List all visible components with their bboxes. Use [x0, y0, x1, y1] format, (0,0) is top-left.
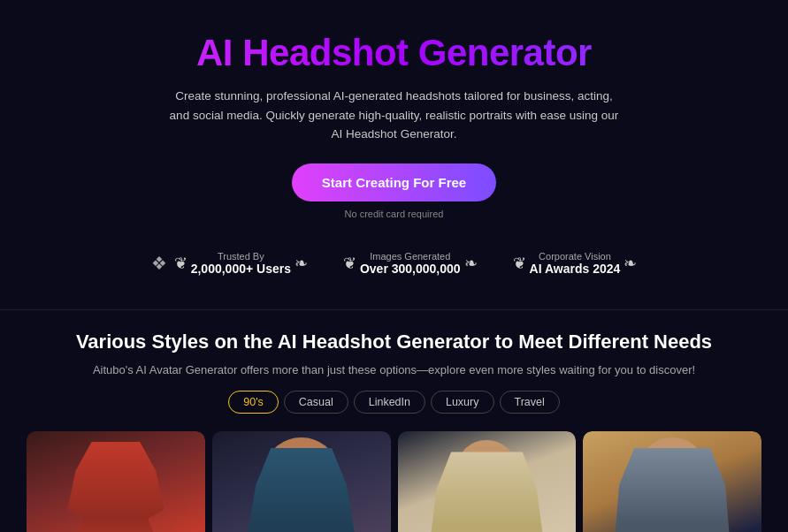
stat-awards: ❦ Corporate Vision AI Awards 2024 ❧ [513, 251, 638, 276]
gallery-item-vintage2: Vintage [583, 431, 761, 532]
stat-text-images: Images Generated Over 300,000,000 [360, 251, 461, 276]
tab-casual[interactable]: Casual [284, 391, 348, 414]
tab-luxury[interactable]: Luxury [431, 391, 494, 414]
stat-label-trusted: Trusted By [191, 251, 291, 262]
stat-value-trusted: 2,000,000+ Users [191, 262, 291, 276]
tab-linkedin[interactable]: LinkedIn [354, 391, 425, 414]
hero-subtitle: Create stunning, professional AI-generat… [164, 87, 624, 144]
page-title: AI Headshot Generator [18, 32, 770, 74]
stat-trusted-by: ❖ ❦ Trusted By 2,000,000+ Users ❧ [151, 251, 308, 276]
laurel-wrap-1: ❦ Trusted By 2,000,000+ Users ❧ [174, 251, 308, 276]
laurel-wrap-3: ❦ Corporate Vision AI Awards 2024 ❧ [513, 251, 638, 276]
styles-title: Various Styles on the AI Headshot Genera… [18, 330, 770, 355]
laurel-wrap-2: ❦ Images Generated Over 300,000,000 ❧ [343, 251, 478, 276]
image-gallery: Opera Vintage Dale [18, 431, 770, 532]
no-credit-label: No credit card required [18, 209, 770, 219]
style-tabs: 90's Casual LinkedIn Luxury Travel [18, 391, 770, 414]
hero-section: AI Headshot Generator Create stunning, p… [0, 0, 788, 309]
stat-images-generated: ❦ Images Generated Over 300,000,000 ❧ [343, 251, 478, 276]
laurel-icon-left-3: ❦ [513, 254, 526, 273]
laurel-icon-left: ❦ [174, 254, 187, 273]
laurel-icon-right-3: ❧ [624, 254, 637, 273]
tab-travel[interactable]: Travel [500, 391, 560, 414]
stat-value-images: Over 300,000,000 [360, 262, 461, 276]
cta-button[interactable]: Start Creating For Free [292, 163, 496, 201]
laurel-left-icon: ❖ [151, 253, 167, 274]
gallery-image-vintage2 [583, 431, 761, 532]
vintage2-figure [596, 448, 747, 532]
gallery-item-vintage1: Vintage [212, 431, 391, 532]
styles-section: Various Styles on the AI Headshot Genera… [0, 330, 788, 532]
gallery-image-vintage1 [212, 431, 391, 532]
stat-label-images: Images Generated [360, 251, 461, 262]
dale-figure [416, 452, 558, 532]
stat-text-trusted: Trusted By 2,000,000+ Users [191, 251, 291, 276]
stat-value-awards: AI Awards 2024 [530, 262, 621, 276]
laurel-icon-right: ❧ [295, 254, 308, 273]
laurel-icon-left-2: ❦ [343, 254, 356, 273]
opera-figure [35, 442, 196, 532]
gallery-item-opera: Opera [27, 431, 205, 532]
laurel-icon-right-2: ❧ [464, 254, 478, 273]
stat-text-awards: Corporate Vision AI Awards 2024 [530, 251, 621, 276]
vintage1-figure [226, 448, 377, 532]
styles-subtitle: Aitubo's AI Avatar Generator offers more… [18, 363, 770, 376]
gallery-item-dale: Dale [398, 431, 577, 532]
gallery-image-opera [27, 431, 205, 532]
page-wrapper: AI Headshot Generator Create stunning, p… [0, 0, 788, 532]
tab-90s[interactable]: 90's [228, 391, 279, 414]
gallery-image-dale [398, 431, 577, 532]
stat-label-awards: Corporate Vision [530, 251, 621, 262]
divider [0, 309, 788, 310]
stats-row: ❖ ❦ Trusted By 2,000,000+ Users ❧ ❦ Imag… [18, 239, 770, 292]
